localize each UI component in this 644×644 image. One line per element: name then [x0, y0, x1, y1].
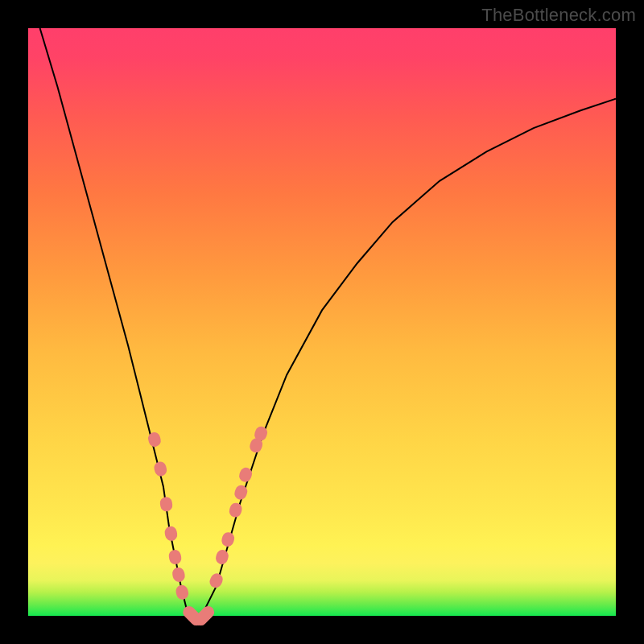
data-marker	[214, 548, 229, 565]
data-marker	[153, 460, 168, 477]
data-marker	[221, 530, 236, 547]
watermark-text: TheBottleneck.com	[481, 5, 636, 26]
data-marker	[233, 484, 249, 502]
data-marker	[175, 584, 190, 601]
data-marker	[147, 431, 162, 448]
data-marker	[208, 572, 225, 590]
data-marker	[163, 526, 178, 543]
bottleneck-curve	[40, 28, 616, 616]
plot-area	[28, 28, 616, 616]
data-marker	[228, 502, 243, 518]
chart-frame: TheBottleneck.com	[0, 0, 644, 644]
chart-svg	[28, 28, 616, 616]
data-marker	[171, 567, 186, 584]
marker-layer	[147, 425, 269, 628]
data-marker	[159, 496, 173, 512]
data-marker	[167, 549, 182, 566]
